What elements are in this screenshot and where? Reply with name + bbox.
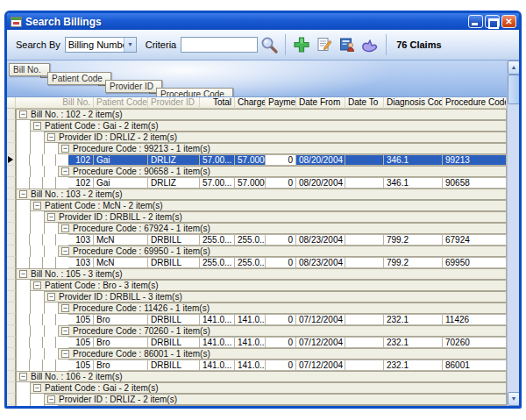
group-row-box[interactable]: −Bill No. : 103 - 2 item(s) (16, 189, 507, 200)
column-header-patient-code[interactable]: Patient Code (94, 97, 148, 109)
collapse-icon[interactable]: − (33, 122, 41, 130)
column-header-diagnosis-code[interactable]: Diagnosis Code (384, 97, 443, 109)
cell-provider-id[interactable]: DRBILL (148, 337, 200, 348)
search-by-dropdown[interactable]: Billing Number ▼ (65, 37, 137, 53)
cell-date-from[interactable]: 08/20/2004 (296, 154, 345, 166)
row-selector[interactable] (7, 325, 16, 337)
group-row-box[interactable]: −Patient Code : McN - 2 item(s) (30, 200, 507, 211)
scroll-down-icon[interactable]: ▼ (508, 392, 520, 406)
collapse-icon[interactable]: − (47, 395, 55, 403)
cell-procedure-code[interactable]: 86001 (443, 359, 507, 371)
cell-patient-code[interactable]: Bro (94, 314, 148, 325)
cell-payment[interactable]: 0 (266, 314, 296, 325)
row-selector[interactable] (7, 132, 16, 143)
group-row-box[interactable]: −Provider ID : DRLIZ - 2 item(s) (44, 394, 507, 405)
cell-charges[interactable]: 141.0... (235, 337, 266, 348)
cell-patient-code[interactable]: Gai (94, 154, 148, 166)
row-selector[interactable] (7, 109, 16, 120)
row-selector[interactable] (7, 166, 16, 177)
group-row-box[interactable]: −Bill No. : 106 - 2 item(s) (16, 371, 507, 382)
claim-details-icon[interactable] (338, 35, 357, 54)
table-row[interactable]: 103McNDRBILL255.0...255.0...008/23/20047… (7, 234, 507, 246)
group-by-patient-code[interactable]: Patient Code (47, 72, 111, 85)
cell-total[interactable]: 141.0... (200, 314, 235, 325)
cell-patient-code[interactable]: Gai (94, 177, 148, 189)
group-by-procedure-code[interactable]: Procedure Code (156, 88, 233, 97)
cell-diagnosis-code[interactable]: 232.1 (384, 359, 443, 371)
scrollbar-thumb[interactable] (508, 75, 520, 104)
collapse-icon[interactable]: − (61, 247, 69, 255)
cell-diagnosis-code[interactable]: 799.2 (384, 257, 443, 268)
cell-procedure-code[interactable]: 90658 (443, 177, 507, 189)
group-row-box[interactable]: −Patient Code : Bro - 3 item(s) (30, 280, 507, 291)
row-selector[interactable] (7, 234, 16, 246)
collapse-icon[interactable]: − (47, 213, 55, 221)
cell-date-to[interactable] (345, 234, 384, 246)
cell-diagnosis-code[interactable]: 232.1 (384, 314, 443, 325)
cell-provider-id[interactable]: DRLIZ (148, 154, 200, 166)
row-selector[interactable] (7, 371, 16, 382)
column-header-charges[interactable]: Charges (235, 97, 266, 109)
vertical-scrollbar[interactable]: ▲ ▼ (507, 61, 519, 406)
group-by-bill-no[interactable]: Bill No. (9, 63, 50, 76)
cell-provider-id[interactable]: DRBILL (148, 359, 200, 371)
column-header-bill-no[interactable]: Bill No. (16, 97, 94, 109)
cell-patient-code[interactable]: Bro (94, 337, 148, 348)
cell-date-from[interactable]: 07/12/2004 (296, 359, 345, 371)
cell-payment[interactable]: 0 (266, 257, 296, 268)
column-header-date-from[interactable]: Date From (296, 97, 345, 109)
cell-procedure-code[interactable]: 69950 (443, 257, 507, 268)
table-row[interactable]: 105BroDRBILL141.0...141.0...007/12/20042… (7, 314, 507, 325)
scroll-up-icon[interactable]: ▲ (508, 61, 520, 75)
row-selector[interactable] (7, 280, 16, 291)
title-bar[interactable]: Search Billings ✕ (7, 13, 519, 30)
group-row-box[interactable]: −Procedure Code : 69950 - 1 item(s) (58, 246, 507, 257)
maximize-button[interactable] (485, 15, 500, 28)
group-row-box[interactable]: −Provider ID : DRBILL - 2 item(s) (44, 211, 507, 223)
cell-charges[interactable]: 255.0... (235, 257, 266, 268)
cell-date-from[interactable]: 07/12/2004 (296, 337, 345, 348)
row-selector[interactable] (7, 314, 16, 325)
cell-provider-id[interactable]: DRLIZ (148, 177, 200, 189)
column-header-date-to[interactable]: Date To (345, 97, 384, 109)
cell-charges[interactable]: 141.0... (235, 314, 266, 325)
cell-diagnosis-code[interactable]: 232.1 (384, 337, 443, 348)
cell-date-from[interactable]: 08/23/2004 (296, 257, 345, 268)
cell-date-to[interactable] (345, 314, 384, 325)
cell-bill-no[interactable]: 103 (68, 257, 94, 268)
group-row-box[interactable]: −Bill No. : 105 - 3 item(s) (16, 268, 507, 280)
cell-bill-no[interactable]: 105 (68, 337, 94, 348)
add-icon[interactable] (292, 35, 311, 54)
cell-date-to[interactable] (345, 154, 384, 166)
group-row-box[interactable]: −Procedure Code : 99213 - 1 item(s) (58, 143, 507, 154)
cell-payment[interactable]: 0 (266, 337, 296, 348)
group-row-box[interactable]: −Patient Code : Gai - 2 item(s) (30, 382, 507, 394)
collapse-icon[interactable]: − (47, 133, 55, 141)
collapse-icon[interactable]: − (61, 167, 69, 175)
row-selector[interactable] (7, 291, 16, 303)
group-row-box[interactable]: −Procedure Code : 90658 - 1 item(s) (58, 166, 507, 177)
cell-total[interactable]: 255.0... (200, 257, 235, 268)
cell-procedure-code[interactable]: 11426 (443, 314, 507, 325)
row-selector[interactable] (7, 177, 16, 189)
column-header-payment[interactable]: Payme... (266, 97, 296, 109)
collapse-icon[interactable]: − (19, 190, 27, 198)
cell-total[interactable]: 141.0... (200, 359, 235, 371)
row-selector[interactable] (7, 154, 16, 166)
row-selector[interactable] (7, 223, 16, 234)
collapse-icon[interactable]: − (33, 202, 41, 210)
cell-date-from[interactable]: 08/20/2004 (296, 177, 345, 189)
table-row[interactable]: 102GaiDRLIZ57.00...57.0000008/20/2004346… (7, 154, 507, 166)
collapse-icon[interactable]: − (33, 281, 41, 289)
collapse-icon[interactable]: − (33, 384, 41, 392)
group-row-box[interactable]: −Procedure Code : 70260 - 1 item(s) (58, 325, 507, 337)
cell-provider-id[interactable]: DRBILL (148, 257, 200, 268)
group-row-box[interactable]: −Provider ID : DRLIZ - 2 item(s) (44, 132, 507, 143)
cell-patient-code[interactable]: Bro (94, 359, 148, 371)
cell-total[interactable]: 57.00... (200, 177, 235, 189)
collapse-icon[interactable]: − (61, 350, 69, 358)
column-header-procedure-code[interactable]: Procedure Code (443, 97, 507, 109)
collapse-icon[interactable]: − (61, 224, 69, 232)
minimize-button[interactable] (468, 15, 483, 28)
cell-payment[interactable]: 0 (266, 359, 296, 371)
